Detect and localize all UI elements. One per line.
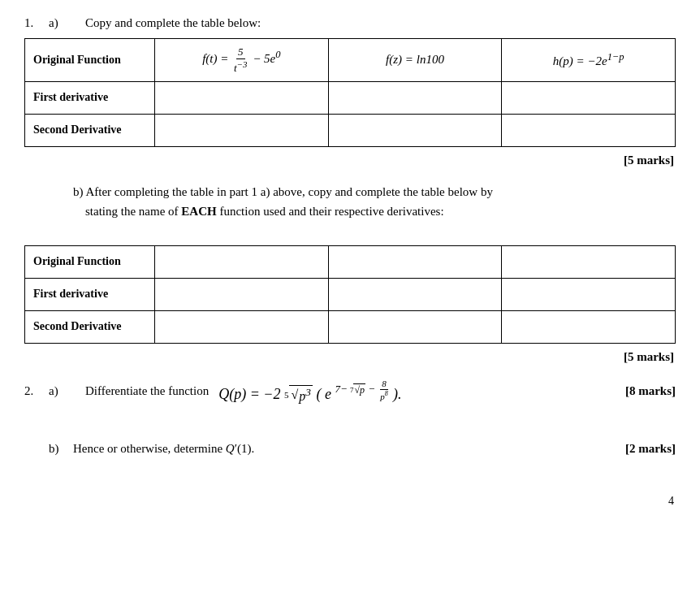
cell-ft-second [155, 114, 329, 146]
seventh-root: 7 √p [350, 383, 365, 396]
cell-ft: f(t) = 5 t−3 − 5e0 [155, 39, 329, 82]
row-header-original: Original Function [25, 39, 155, 82]
row-header-first: First derivative [25, 81, 155, 114]
fraction-5-over-t-neg3: 5 t−3 [232, 45, 248, 75]
cell-t2-col3-row1 [502, 245, 676, 278]
fraction-8-over-p8: 8 p8 [378, 379, 390, 402]
part-2a-label: a) [49, 384, 85, 398]
formula-ft: f(t) = 5 t−3 − 5e0 [202, 52, 280, 65]
question-1b: b) After completing the table in part 1 … [24, 182, 676, 364]
cell-fz-first [328, 81, 502, 114]
page-number: 4 [24, 495, 676, 508]
row-header-second: Second Derivative [25, 114, 155, 146]
question-1b-text: b) After completing the table in part 1 … [73, 182, 676, 221]
table-row: Second Derivative [25, 310, 676, 343]
cell-t2-col3-row2 [502, 278, 676, 310]
question-number: 1. [24, 16, 49, 30]
table-2: Original Function First derivative Secon… [24, 245, 676, 344]
each-bold: EACH [181, 205, 216, 218]
table-row: First derivative [25, 278, 676, 310]
question-2b-text: Hence or otherwise, determine Q′(1). [73, 442, 254, 456]
paren-open: ( [316, 385, 321, 401]
marks-2: [5 marks] [24, 350, 676, 364]
exponent-group: 7− 7 √p − 8 p8 [335, 383, 393, 395]
row-header-first-2: First derivative [25, 278, 155, 310]
spacer-2 [24, 419, 676, 431]
table-row: Original Function f(t) = 5 t−3 − 5e0 [25, 39, 676, 82]
question-2a-text: Differentiate the function [85, 384, 209, 398]
question-2a-line: 2. a) Differentiate the function Q(p) = … [24, 379, 676, 405]
cell-ft-first [155, 81, 329, 114]
root-content: √ p3 [289, 385, 312, 404]
cell-t2-col3-row3 [502, 310, 676, 343]
question-1: 1. a) Copy and complete the table below:… [24, 16, 676, 167]
table-1-wrapper: Original Function f(t) = 5 t−3 − 5e0 [24, 38, 676, 147]
row-header-second-2: Second Derivative [25, 310, 155, 343]
question-2b-line: b) Hence or otherwise, determine Q′(1). … [49, 442, 676, 456]
formula-qp: Q(p) = −2 5 √ p3 ( e 7− 7 √p [218, 379, 401, 405]
fifth-root-group: 5 √ p3 [284, 385, 313, 404]
bottom-spacer [24, 470, 676, 495]
cell-t2-col1-row1 [155, 245, 329, 278]
table-row: First derivative [25, 81, 676, 114]
cell-fz: f(z) = ln100 [328, 39, 502, 82]
cell-t2-col1-row3 [155, 310, 329, 343]
cell-t2-col1-row2 [155, 278, 329, 310]
marks-1: [5 marks] [24, 154, 676, 167]
cell-hp-second [502, 114, 676, 146]
paren-close: ). [393, 385, 402, 401]
table-row: Original Function [25, 245, 676, 278]
marks-2b: [2 marks] [625, 442, 676, 456]
row-header-original-2: Original Function [25, 245, 155, 278]
formula-hp: h(p) = −2e1−p [553, 54, 624, 67]
formula-fz: f(z) = ln100 [386, 53, 444, 66]
cell-hp: h(p) = −2e1−p [502, 39, 676, 82]
spacer-3 [24, 431, 676, 442]
marks-2a: [8 marks] [625, 384, 676, 398]
question-2-number: 2. [24, 384, 49, 398]
question-1-header: 1. a) Copy and complete the table below: [24, 16, 676, 30]
question-1a-text: Copy and complete the table below: [85, 16, 676, 30]
part-a-label: a) [49, 16, 85, 30]
cell-t2-col2-row2 [328, 278, 502, 310]
spacer [24, 234, 676, 245]
cell-fz-second [328, 114, 502, 146]
question-2: 2. a) Differentiate the function Q(p) = … [24, 379, 676, 456]
table-2-wrapper: Original Function First derivative Secon… [24, 245, 676, 344]
cell-t2-col2-row3 [328, 310, 502, 343]
cell-hp-first [502, 81, 676, 114]
cell-t2-col2-row1 [328, 245, 502, 278]
table-row: Second Derivative [25, 114, 676, 146]
part-2b-label: b) [49, 442, 73, 456]
table-1: Original Function f(t) = 5 t−3 − 5e0 [24, 38, 676, 147]
root-inner: √ [291, 388, 298, 402]
